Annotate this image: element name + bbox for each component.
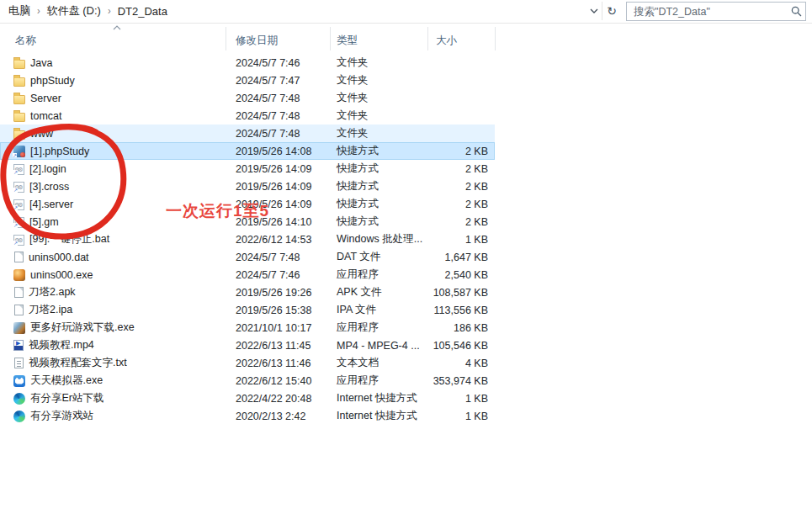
- file-type: 快捷方式: [330, 144, 427, 158]
- file-name: [4].server: [29, 199, 73, 210]
- file-date-modified: 2021/10/1 10:17: [226, 322, 330, 334]
- file-name-cell: 刀塔2.apk: [0, 285, 226, 299]
- file-row[interactable]: [99].一键停止.bat 2022/6/12 14:53 Windows 批处…: [0, 231, 495, 248]
- column-header-type[interactable]: 类型: [337, 34, 358, 48]
- folder-icon: [13, 130, 25, 140]
- file-name-cell: 视频教程配套文字.txt: [0, 356, 226, 370]
- file-name: unins000.exe: [30, 269, 93, 281]
- file-row[interactable]: www 2024/5/7 7:48 文件夹: [0, 125, 495, 142]
- search-input[interactable]: [627, 6, 787, 18]
- search-icon[interactable]: [787, 6, 805, 17]
- breadcrumb-item[interactable]: 软件盘 (D:): [45, 3, 103, 19]
- file-row[interactable]: unins000.dat 2024/5/7 7:48 DAT 文件 1,647 …: [0, 248, 495, 266]
- file-row[interactable]: 刀塔2.apk 2019/5/26 19:26 APK 文件 108,587 K…: [0, 283, 495, 301]
- column-header-name[interactable]: 名称: [15, 34, 36, 48]
- file-type: DAT 文件: [330, 250, 427, 264]
- file-row[interactable]: 视频教程.mp4 2022/6/13 11:45 MP4 - MPEG-4 ..…: [0, 336, 495, 354]
- file-name: [1].phpStudy: [30, 146, 89, 157]
- search-box: [626, 2, 806, 21]
- file-type: 快捷方式: [330, 215, 427, 229]
- file-type: 应用程序: [330, 268, 427, 282]
- file-date-modified: 2024/5/7 7:46: [226, 269, 330, 281]
- file-date-modified: 2019/5/26 15:38: [226, 305, 330, 316]
- game-art-icon: [13, 322, 25, 334]
- file-date-modified: 2019/5/26 14:10: [226, 216, 330, 228]
- file-name: 视频教程配套文字.txt: [29, 356, 127, 370]
- file-row[interactable]: 有分享Er站下载 2022/4/22 20:48 Internet 快捷方式 1…: [0, 389, 495, 407]
- file-name-cell: [3].cross: [0, 181, 226, 193]
- file-row[interactable]: [2].login 2019/5/26 14:09 快捷方式 2 KB: [0, 160, 495, 178]
- file-name-cell: Server: [0, 93, 226, 104]
- file-row[interactable]: 刀塔2.ipa 2019/5/26 15:38 IPA 文件 113,556 K…: [0, 301, 495, 319]
- address-bar: 电脑›软件盘 (D:)›DT2_Data ↻: [0, 0, 812, 24]
- file-name-cell: [2].login: [0, 163, 226, 175]
- file-type: 应用程序: [330, 321, 427, 335]
- file-name: www: [30, 128, 53, 140]
- file-size: 2 KB: [427, 216, 495, 228]
- mp4-video-icon: [13, 340, 24, 351]
- file-name: Java: [30, 57, 52, 69]
- column-header-size[interactable]: 大小: [436, 34, 457, 48]
- column-divider[interactable]: [226, 27, 226, 50]
- file-size: 1,647 KB: [427, 252, 495, 263]
- file-type: Internet 快捷方式: [330, 409, 427, 423]
- file-row[interactable]: [5].gm 2019/5/26 14:10 快捷方式 2 KB: [0, 213, 495, 231]
- emulator-icon: [13, 375, 25, 387]
- breadcrumb-item[interactable]: DT2_Data: [116, 5, 169, 18]
- blank-file-icon: [14, 287, 24, 298]
- breadcrumb: 电脑›软件盘 (D:)›DT2_Data: [7, 0, 169, 22]
- file-name: tomcat: [30, 110, 62, 122]
- file-size: 105,546 KB: [427, 340, 495, 352]
- file-size: 1 KB: [427, 411, 495, 422]
- file-size: 2 KB: [427, 163, 495, 175]
- column-divider[interactable]: [427, 27, 428, 50]
- folder-icon: [13, 95, 25, 104]
- file-name: Server: [30, 93, 61, 104]
- file-name-cell: [4].server: [0, 199, 226, 210]
- file-type: MP4 - MPEG-4 ...: [330, 340, 427, 352]
- file-date-modified: 2019/5/26 19:26: [226, 287, 330, 299]
- file-type: Internet 快捷方式: [330, 391, 427, 405]
- breadcrumb-separator-icon: ›: [37, 5, 40, 16]
- file-type: Windows 批处理...: [330, 232, 427, 246]
- file-size: 186 KB: [427, 322, 495, 334]
- file-size: 1 KB: [427, 234, 495, 246]
- file-row[interactable]: [1].phpStudy 2019/5/26 14:08 快捷方式 2 KB: [0, 142, 495, 160]
- file-date-modified: 2019/5/26 14:09: [226, 163, 330, 175]
- file-row[interactable]: Java 2024/5/7 7:46 文件夹: [0, 54, 495, 72]
- file-type: 文件夹: [330, 56, 427, 70]
- file-row[interactable]: tomcat 2024/5/7 7:48 文件夹: [0, 107, 495, 125]
- file-row[interactable]: unins000.exe 2024/5/7 7:46 应用程序 2,540 KB: [0, 266, 495, 283]
- file-name: 刀塔2.apk: [29, 285, 76, 299]
- file-row[interactable]: [3].cross 2019/5/26 14:09 快捷方式 2 KB: [0, 178, 495, 195]
- edge-browser-icon: [13, 393, 25, 405]
- file-row[interactable]: [4].server 2019/5/26 14:09 快捷方式 2 KB: [0, 195, 495, 213]
- file-row[interactable]: 视频教程配套文字.txt 2022/6/13 11:46 文本文档 4 KB: [0, 354, 495, 372]
- file-row[interactable]: phpStudy 2024/5/7 7:47 文件夹: [0, 72, 495, 89]
- column-divider[interactable]: [330, 27, 331, 50]
- file-size: 2,540 KB: [427, 269, 495, 281]
- file-date-modified: 2024/5/7 7:48: [226, 110, 330, 122]
- file-row[interactable]: 有分享游戏站 2020/2/13 2:42 Internet 快捷方式 1 KB: [0, 407, 495, 425]
- column-header-date[interactable]: 修改日期: [236, 34, 278, 48]
- file-name-cell: 更多好玩游戏下载.exe: [0, 321, 226, 335]
- file-date-modified: 2022/6/13 11:45: [226, 340, 330, 352]
- refresh-button[interactable]: ↻: [602, 2, 621, 20]
- file-name-cell: 有分享Er站下载: [0, 391, 226, 405]
- gear-shortcut-icon: [13, 217, 24, 228]
- file-size: 2 KB: [427, 181, 495, 193]
- file-size: 2 KB: [427, 199, 495, 210]
- file-date-modified: 2020/2/13 2:42: [226, 411, 330, 422]
- file-name: [5].gm: [29, 216, 59, 228]
- file-name: 天天模拟器.exe: [30, 374, 103, 388]
- file-name-cell: 刀塔2.ipa: [0, 303, 226, 317]
- file-row[interactable]: Server 2024/5/7 7:48 文件夹: [0, 89, 495, 107]
- breadcrumb-separator-icon: ›: [108, 5, 111, 16]
- file-row[interactable]: 更多好玩游戏下载.exe 2021/10/1 10:17 应用程序 186 KB: [0, 319, 495, 336]
- address-dropdown-button[interactable]: [586, 2, 602, 20]
- file-type: 快捷方式: [330, 179, 427, 193]
- breadcrumb-item[interactable]: 电脑: [7, 3, 32, 19]
- file-type: 文件夹: [330, 73, 427, 87]
- column-divider[interactable]: [495, 27, 496, 50]
- file-row[interactable]: 天天模拟器.exe 2022/6/12 15:40 应用程序 353,974 K…: [0, 372, 495, 389]
